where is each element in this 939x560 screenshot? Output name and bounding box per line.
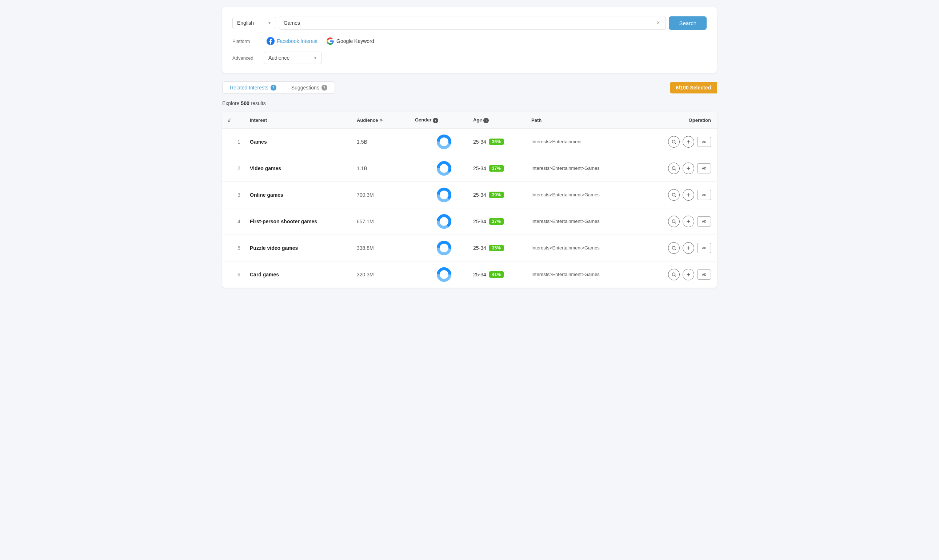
language-label: English [237, 20, 254, 26]
row-path: Interests>Entertainment [531, 139, 638, 145]
row-gender [415, 240, 473, 256]
chevron-down-icon: ▼ [268, 21, 271, 25]
row-audience: 320.3M [357, 272, 415, 277]
svg-line-26 [675, 222, 676, 223]
row-audience: 657.1M [357, 218, 415, 225]
col-header-audience: Audience ⇅ [357, 117, 415, 123]
platform-label: Platform [232, 38, 258, 44]
add-op-button[interactable] [683, 163, 694, 174]
ad-label: AD [702, 246, 706, 250]
table-row: 2 Video games 1.1B 25-34 37% Interests>E… [222, 155, 717, 182]
row-gender [415, 187, 473, 203]
table-row: 5 Puzzle video games 338.8M 25-34 35% In… [222, 235, 717, 262]
row-age: 25-34 35% [473, 245, 531, 251]
add-op-button[interactable] [683, 136, 694, 148]
row-num: 1 [228, 139, 250, 145]
clear-button[interactable]: × [655, 20, 661, 26]
facebook-interest-label: Facebook Interest [277, 38, 317, 44]
table-body: 1 Games 1.5B 25-34 36% Interests>Enterta… [222, 129, 717, 288]
row-path: Interests>Entertainment>Games [531, 192, 638, 197]
ad-op-button[interactable]: AD [697, 269, 711, 280]
explore-count: 500 [241, 100, 249, 106]
related-interests-help-icon: ? [271, 85, 276, 91]
search-op-button[interactable] [668, 242, 680, 254]
selected-badge: 6/100 Selected [670, 82, 717, 94]
col-header-age: Age i [473, 117, 531, 123]
row-gender [415, 134, 473, 150]
gender-donut [436, 187, 452, 203]
row-audience: 1.5B [357, 139, 415, 145]
row-interest: Video games [250, 165, 357, 171]
svg-line-5 [675, 143, 676, 144]
platform-google[interactable]: Google Keyword [326, 37, 374, 45]
age-range: 25-34 [473, 192, 486, 198]
ad-op-button[interactable]: AD [697, 137, 711, 147]
row-gender [415, 214, 473, 229]
gender-info-icon: i [433, 118, 438, 123]
add-op-button[interactable] [683, 215, 694, 227]
age-badge: 35% [489, 245, 504, 251]
table-row: 3 Online games 700.3M 25-34 39% Interest… [222, 182, 717, 208]
search-card: English ▼ × Search Platform Facebook Int… [222, 7, 717, 73]
row-interest: Puzzle video games [250, 245, 357, 251]
explore-suffix: results [249, 100, 266, 106]
tabs-container: Related Interests ? Suggestions ? [222, 82, 335, 94]
table-header: # Interest Audience ⇅ Gender i Age i Pat… [222, 112, 717, 129]
age-badge: 39% [489, 192, 504, 198]
col-header-path: Path [531, 117, 638, 123]
age-info-icon: i [483, 118, 489, 123]
ad-op-button[interactable]: AD [697, 190, 711, 200]
advanced-row: Advanced Audience ▼ [232, 52, 707, 64]
row-operations: AD [638, 163, 711, 174]
ad-op-button[interactable]: AD [697, 163, 711, 174]
row-interest: First-person shooter games [250, 218, 357, 225]
row-interest: Online games [250, 192, 357, 198]
row-num: 5 [228, 245, 250, 251]
row-interest: Card games [250, 272, 357, 277]
table-row: 4 First-person shooter games 657.1M 25-3… [222, 208, 717, 235]
add-op-button[interactable] [683, 189, 694, 201]
search-input[interactable] [284, 16, 655, 29]
gender-donut [436, 134, 452, 150]
search-op-button[interactable] [668, 136, 680, 148]
svg-line-33 [675, 249, 676, 250]
explore-prefix: Explore [222, 100, 241, 106]
table-row: 6 Card games 320.3M 25-34 41% Interests>… [222, 262, 717, 288]
google-keyword-label: Google Keyword [336, 38, 374, 44]
row-num: 3 [228, 192, 250, 198]
row-audience: 338.8M [357, 245, 415, 251]
row-age: 25-34 37% [473, 218, 531, 225]
add-op-button[interactable] [683, 269, 694, 280]
row-path: Interests>Entertainment>Games [531, 245, 638, 251]
search-op-button[interactable] [668, 269, 680, 280]
add-op-button[interactable] [683, 242, 694, 254]
gender-donut [436, 160, 452, 176]
google-icon [326, 37, 334, 45]
tab-suggestions[interactable]: Suggestions ? [284, 82, 335, 94]
row-operations: AD [638, 269, 711, 280]
related-interests-label: Related Interests [230, 85, 268, 91]
audience-dropdown[interactable]: Audience ▼ [264, 52, 322, 64]
language-select[interactable]: English ▼ [232, 17, 276, 29]
search-op-button[interactable] [668, 215, 680, 227]
age-badge: 36% [489, 138, 504, 145]
search-op-button[interactable] [668, 163, 680, 174]
age-badge: 41% [489, 271, 504, 278]
row-age: 25-34 41% [473, 271, 531, 278]
row-operations: AD [638, 189, 711, 201]
row-path: Interests>Entertainment>Games [531, 272, 638, 277]
ad-op-button[interactable]: AD [697, 243, 711, 253]
platform-facebook[interactable]: Facebook Interest [266, 37, 317, 45]
search-op-button[interactable] [668, 189, 680, 201]
search-button[interactable]: Search [669, 16, 707, 30]
row-age: 25-34 39% [473, 192, 531, 198]
tab-related-interests[interactable]: Related Interests ? [222, 82, 284, 94]
row-num: 4 [228, 218, 250, 225]
search-input-wrap: × [279, 16, 666, 30]
advanced-label: Advanced [232, 55, 258, 61]
row-operations: AD [638, 215, 711, 227]
age-range: 25-34 [473, 272, 486, 277]
ad-op-button[interactable]: AD [697, 216, 711, 226]
ad-label: AD [702, 140, 706, 144]
explore-text: Explore 500 results [222, 100, 717, 106]
